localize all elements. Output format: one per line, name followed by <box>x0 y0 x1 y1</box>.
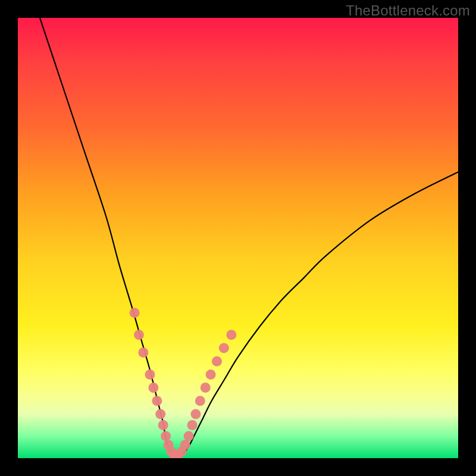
marker-point <box>145 369 155 380</box>
marker-point <box>184 431 194 441</box>
marker-point <box>134 330 144 340</box>
marker-layer <box>130 308 237 458</box>
chart-svg <box>18 18 458 458</box>
marker-point <box>187 420 198 430</box>
marker-point <box>161 431 171 441</box>
marker-point <box>206 369 216 380</box>
marker-point <box>130 308 140 318</box>
marker-point <box>219 343 229 353</box>
marker-point <box>195 396 205 406</box>
marker-point <box>190 409 201 419</box>
marker-point <box>158 420 168 430</box>
marker-point <box>148 383 158 393</box>
chart-stage: TheBottleneck.com <box>0 0 476 476</box>
marker-point <box>226 330 236 340</box>
marker-point <box>152 396 162 406</box>
watermark-text: TheBottleneck.com <box>346 2 470 19</box>
curve-right-curve <box>181 172 458 456</box>
curve-layer <box>40 18 458 456</box>
plot-area <box>18 18 458 458</box>
marker-point <box>201 383 211 393</box>
marker-point <box>180 440 190 450</box>
marker-point <box>155 409 165 419</box>
marker-point <box>138 347 148 358</box>
marker-point <box>212 356 222 367</box>
